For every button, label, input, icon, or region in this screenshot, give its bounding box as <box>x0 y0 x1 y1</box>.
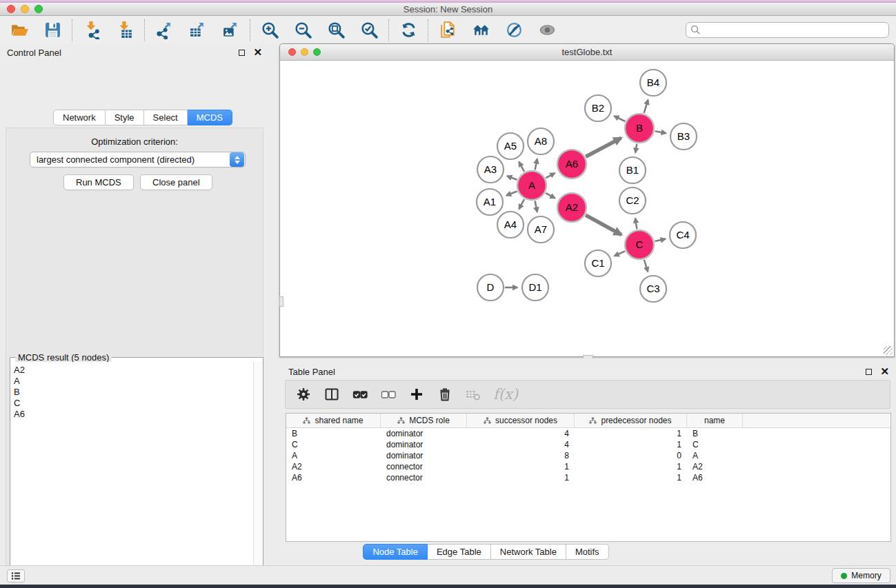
column-layout-button[interactable] <box>323 386 340 403</box>
refresh-button[interactable] <box>398 20 419 41</box>
network-minimize-light[interactable] <box>301 48 308 56</box>
table-cell[interactable]: connector <box>381 461 467 472</box>
table-cell[interactable]: 4 <box>467 439 575 450</box>
table-cell[interactable] <box>743 439 890 450</box>
node-B3[interactable]: B3 <box>670 123 697 150</box>
edge-A-A4[interactable] <box>519 199 524 209</box>
mcds-result-item[interactable]: A <box>14 376 253 387</box>
close-panel-icon[interactable]: ✕ <box>253 49 262 56</box>
table-cell[interactable]: 1 <box>467 461 575 472</box>
node-C[interactable]: C <box>625 230 654 259</box>
table-cell[interactable]: 1 <box>467 472 575 483</box>
node-B4[interactable]: B4 <box>640 70 666 96</box>
network-graph[interactable]: B4B2BB3A8A5A6A3B1AC2A1A2A4A7C4CC1DD1C3 <box>280 61 894 356</box>
table-cell[interactable] <box>743 428 890 439</box>
node-B[interactable]: B <box>625 114 654 143</box>
node-C4[interactable]: C4 <box>670 222 696 248</box>
edge-C-C4[interactable] <box>655 239 665 241</box>
mcds-result-item[interactable]: A6 <box>14 409 253 420</box>
table-cell[interactable]: 1 <box>575 472 687 483</box>
show-all-button[interactable] <box>537 20 557 41</box>
optimization-criterion-dropdown[interactable]: largest connected component (directed) <box>30 152 246 168</box>
tab-edge-table[interactable]: Edge Table <box>428 544 491 560</box>
table-cell[interactable]: 8 <box>467 450 575 461</box>
delete-column-button[interactable] <box>437 386 453 403</box>
table-cell[interactable]: A <box>687 450 743 461</box>
mcds-result-item[interactable]: C <box>14 398 253 409</box>
export-image-button[interactable] <box>220 20 241 41</box>
split-divider-handle[interactable] <box>279 296 283 307</box>
tab-network[interactable]: Network <box>53 110 106 125</box>
export-network-button[interactable] <box>154 20 175 41</box>
window-resize-grip[interactable] <box>884 346 893 355</box>
tab-select[interactable]: Select <box>144 110 188 125</box>
run-mcds-button[interactable]: Run MCDS <box>63 174 134 190</box>
node-A[interactable]: A <box>517 171 546 200</box>
table-cell[interactable]: C <box>286 439 381 450</box>
edge-C-C2[interactable] <box>635 219 637 230</box>
edge-A-A3[interactable] <box>507 176 517 179</box>
node-B1[interactable]: B1 <box>619 157 646 183</box>
node-A8[interactable]: A8 <box>528 128 554 154</box>
table-cell[interactable]: dominator <box>381 428 467 439</box>
open-session-button[interactable] <box>9 20 30 41</box>
node-D[interactable]: D <box>477 274 504 301</box>
table-cell[interactable]: B <box>687 428 743 439</box>
table-row[interactable]: A2connector11A2 <box>286 461 890 472</box>
save-session-button[interactable] <box>42 20 63 41</box>
import-table-button[interactable] <box>115 20 135 41</box>
edge-A6-B[interactable] <box>586 138 621 156</box>
table-row[interactable]: Cdominator41C <box>286 439 890 450</box>
table-row[interactable]: Bdominator41B <box>286 428 890 439</box>
table-cell[interactable]: 1 <box>575 439 687 450</box>
edge-B-B3[interactable] <box>655 131 666 133</box>
node-A1[interactable]: A1 <box>477 189 503 215</box>
column-header-predecessor-nodes[interactable]: predecessor nodes <box>575 414 687 427</box>
edge-A-A8[interactable] <box>535 159 537 170</box>
table-cell[interactable]: connector <box>381 472 467 483</box>
export-table-button[interactable] <box>187 20 208 41</box>
edge-C-C1[interactable] <box>615 251 625 256</box>
zoom-selected-button[interactable] <box>359 20 379 41</box>
zoom-in-button[interactable] <box>259 20 280 41</box>
tab-mcds[interactable]: MCDS <box>188 110 232 125</box>
table-cell[interactable] <box>743 461 890 472</box>
first-neighbors-button[interactable] <box>470 20 491 41</box>
edge-B-B2[interactable] <box>614 116 625 121</box>
network-close-light[interactable] <box>288 48 296 56</box>
float-panel-icon[interactable] <box>239 50 245 56</box>
node-B2[interactable]: B2 <box>585 95 611 121</box>
tab-node-table[interactable]: Node Table <box>363 544 428 560</box>
zoom-fit-button[interactable] <box>326 20 346 41</box>
minimize-window-light[interactable] <box>21 5 29 13</box>
table-cell[interactable]: A6 <box>687 472 743 483</box>
deselect-all-button[interactable] <box>380 386 397 403</box>
mcds-result-item[interactable]: B <box>14 387 253 398</box>
table-cell[interactable]: 1 <box>575 428 687 439</box>
node-A7[interactable]: A7 <box>528 216 554 243</box>
table-row[interactable]: Adominator80A <box>286 450 890 461</box>
hide-selected-button[interactable] <box>504 20 524 41</box>
edge-B-B4[interactable] <box>644 100 648 113</box>
tab-motifs[interactable]: Motifs <box>566 544 609 560</box>
edge-A-A1[interactable] <box>506 191 517 195</box>
column-header-shared-name[interactable]: shared name <box>286 414 381 427</box>
memory-button[interactable]: Memory <box>832 568 890 583</box>
edge-A-A5[interactable] <box>519 162 524 172</box>
table-cell[interactable]: A2 <box>687 461 743 472</box>
table-cell[interactable]: 0 <box>575 450 687 461</box>
close-panel-icon[interactable]: ✕ <box>880 368 889 375</box>
zoom-out-button[interactable] <box>292 20 313 41</box>
table-cell[interactable]: dominator <box>381 450 467 461</box>
float-panel-icon[interactable] <box>866 369 872 375</box>
task-history-button[interactable] <box>7 569 25 582</box>
node-C1[interactable]: C1 <box>585 250 611 276</box>
edge-A2-C[interactable] <box>586 215 621 234</box>
node-A4[interactable]: A4 <box>497 212 524 238</box>
node-C2[interactable]: C2 <box>619 187 646 214</box>
edge-C-C3[interactable] <box>644 260 648 272</box>
node-A6[interactable]: A6 <box>557 150 586 179</box>
node-table[interactable]: shared name MCDS role successor nodes pr… <box>286 413 891 542</box>
network-zoom-light[interactable] <box>313 48 321 56</box>
edge-B-B1[interactable] <box>635 144 637 153</box>
